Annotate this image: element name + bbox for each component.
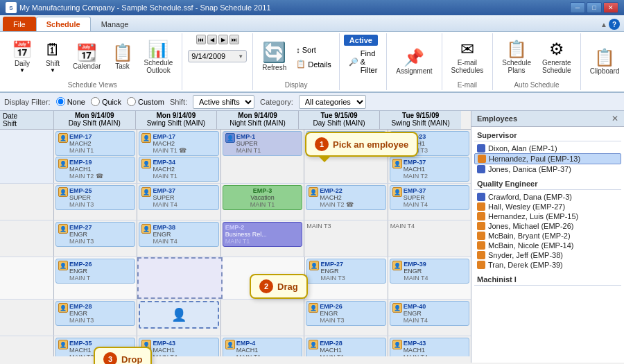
filter-quick-radio[interactable]: Quick xyxy=(91,97,121,106)
emp-card-dragging[interactable]: 👤 xyxy=(139,301,218,329)
main-layout: Date Shift Mon 9/14/09 Day Shift (MAIN) … xyxy=(0,111,624,363)
generate-schedule-button[interactable]: ⚙ GenerateSchedule xyxy=(537,39,576,76)
drag-tooltip: 2 Drag xyxy=(250,274,308,299)
emp-icon: 👤 xyxy=(392,261,402,270)
emp-card[interactable]: 👤EMP-25SUPERMAIN T3 xyxy=(55,185,135,210)
employees-panel-header: Employees ✕ xyxy=(471,111,624,127)
cell-4-2-drop[interactable] xyxy=(137,257,223,299)
ribbon-help-icon[interactable]: ? xyxy=(609,19,620,30)
filter-custom-radio[interactable]: Custom xyxy=(127,97,164,106)
list-item[interactable]: Snyder, Jeff (EMP-38) xyxy=(474,250,621,260)
filter-custom-input[interactable] xyxy=(127,97,136,106)
list-item[interactable]: McBain, Nicole (EMP-14) xyxy=(474,241,621,250)
calendar-button[interactable]: 📆 Calendar xyxy=(68,42,106,72)
close-button[interactable]: ✕ xyxy=(603,2,618,13)
emp-card[interactable]: 👤EMP-43MACH1MAIN T4 xyxy=(390,338,469,356)
emp-color-dot xyxy=(477,232,485,240)
daily-button[interactable]: 📅 Daily ▼ xyxy=(7,40,37,76)
details-button[interactable]: 📋 Details xyxy=(293,58,335,71)
emp-card-business[interactable]: EMP-2Business Rel...MAIN T1 xyxy=(223,222,302,247)
filter-bar: Display Filter: None Quick Custom Shift:… xyxy=(0,93,624,111)
minimize-button[interactable]: ─ xyxy=(570,2,585,13)
refresh-button[interactable]: 🔄 Refresh xyxy=(257,41,291,73)
list-item[interactable]: Hernandez, Paul (EMP-13) xyxy=(474,153,621,164)
nav-prev-button[interactable]: ◀ xyxy=(207,35,217,44)
date-picker[interactable]: 9/14/2009 ▼ xyxy=(188,50,247,62)
ribbon-help-arrow[interactable]: ▲ xyxy=(600,21,607,28)
emp-card[interactable]: 👤EMP-38ENGRMAIN T4 xyxy=(139,222,218,247)
emp-card[interactable]: 👤EMP-22MACH2MAIN T2 ☎ xyxy=(306,185,385,210)
emp-card[interactable]: 👤EMP-37SUPERMAIN T4 xyxy=(390,185,469,210)
list-item[interactable]: Tran, Derek (EMP-39) xyxy=(474,260,621,270)
date-input[interactable]: 9/14/2009 xyxy=(191,52,236,60)
emp-card[interactable]: 👤EMP-34MACH2MAIN T1 xyxy=(139,157,218,182)
emp-section-machinist-title: Machinist I xyxy=(474,274,621,286)
filter-quick-input[interactable] xyxy=(91,97,100,106)
list-item[interactable]: Jones, Michael (EMP-26) xyxy=(474,221,621,231)
emp-card[interactable]: 👤EMP-27ENGRMAIN T3 xyxy=(306,259,386,284)
emp-icon: 👤 xyxy=(141,187,151,197)
find-filter-label: Find &Filter xyxy=(361,49,377,74)
sort-button[interactable]: ↕ Sort xyxy=(293,44,335,56)
list-item[interactable]: McBain, Bryant (EMP-2) xyxy=(474,231,621,241)
emp-card[interactable]: 👤EMP-26ENGRMAIN T xyxy=(55,259,135,284)
tab-manage[interactable]: Manage xyxy=(91,17,139,31)
nav-next-button[interactable]: ▶ xyxy=(218,35,228,44)
emp-icon: 👤 xyxy=(141,133,151,143)
filter-none-input[interactable] xyxy=(56,97,65,106)
list-item[interactable]: Crawford, Dana (EMP-3) xyxy=(474,192,621,202)
details-label: Details xyxy=(308,60,331,69)
emp-icon: 👤 xyxy=(58,159,68,168)
employees-list[interactable]: Supervisor Dixon, Alan (EMP-1) Hernandez… xyxy=(471,127,624,363)
emp-icon: 👤 xyxy=(309,187,318,197)
assignment-button[interactable]: 📌 Assignment xyxy=(391,47,437,77)
tab-file[interactable]: File xyxy=(3,17,36,31)
emp-card[interactable]: 👤EMP-26ENGRMAIN T3 xyxy=(306,301,385,326)
filter-none-radio[interactable]: None xyxy=(56,97,85,106)
emp-card[interactable]: 👤EMP-37SUPERMAIN T4 xyxy=(139,185,218,210)
tab-schedule[interactable]: Schedule xyxy=(36,17,91,31)
cell-5-3 xyxy=(221,300,304,336)
list-item[interactable]: Dixon, Alan (EMP-1) xyxy=(474,144,621,153)
display-filter-label: Display Filter: xyxy=(4,98,51,106)
emp-card[interactable]: 👤EMP-28MACH1MAIN T1 xyxy=(306,338,385,356)
emp-card[interactable]: 👤EMP-4MACH1MAIN T1 xyxy=(223,338,302,356)
refresh-icon: 🔄 xyxy=(262,43,286,62)
emp-card-vacation[interactable]: EMP-3VacationMAIN T1 xyxy=(223,185,302,210)
shift-button[interactable]: 🗓 Shift ▼ xyxy=(39,40,67,76)
find-filter-button[interactable]: 🔎 Find &Filter xyxy=(344,47,382,76)
date-dropdown-arrow[interactable]: ▼ xyxy=(238,53,243,60)
emp-section-machinist: Machinist I xyxy=(474,274,621,286)
task-label: Task xyxy=(115,62,130,70)
category-select[interactable]: All categories xyxy=(299,95,366,109)
emp-card[interactable]: 👤EMP-17MACH2MAIN T1 ☎ xyxy=(139,131,218,156)
emp-card[interactable]: 👤EMP-28ENGRMAIN T3 xyxy=(55,301,135,326)
list-item[interactable]: Hall, Wesley (EMP-27) xyxy=(474,202,621,211)
drop-bubble: 3 Drop xyxy=(94,347,152,364)
clipboard-button[interactable]: 📋 Clipboard xyxy=(585,47,624,77)
emp-card[interactable]: 👤EMP-39ENGRMAIN T4 xyxy=(390,259,469,284)
sort-icon: ↕ xyxy=(296,46,300,54)
schedule-view-buttons: 📅 Daily ▼ 🗓 Shift ▼ 📆 Calendar 📋 Task 📊 … xyxy=(7,35,177,80)
title-bar-controls[interactable]: ─ □ ✕ xyxy=(570,2,618,13)
shift-select[interactable]: Active shifts xyxy=(193,95,254,109)
nav-last-button[interactable]: ⏭ xyxy=(229,35,239,44)
nav-first-button[interactable]: ⏮ xyxy=(196,35,206,44)
emp-card[interactable]: 👤EMP-27ENGRMAIN T3 xyxy=(55,222,135,247)
employees-close-button[interactable]: ✕ xyxy=(612,114,618,123)
emp-card[interactable]: 👤EMP-1SUPERMAIN T1 xyxy=(223,131,302,156)
tooltip-circle-3: 3 xyxy=(103,352,117,364)
emp-card[interactable]: 👤EMP-17MACH2MAIN T1 xyxy=(55,131,135,156)
restore-button[interactable]: □ xyxy=(587,2,602,13)
emp-card[interactable]: 👤EMP-19MACH1MAIN T2 ☎ xyxy=(55,157,135,182)
schedule-plans-icon: 📋 xyxy=(506,41,527,58)
task-button[interactable]: 📋 Task xyxy=(107,42,138,72)
emp-card[interactable]: 👤EMP-40ENGRMAIN T4 xyxy=(390,301,469,326)
schedule-body[interactable]: 👤EMP-17MACH2MAIN T1 👤EMP-19MACH1MAIN T2 … xyxy=(0,130,471,356)
table-row: 👤EMP-35MACH1MAIN T3 👤EMP-43MACH1MAIN T4 … xyxy=(0,336,471,356)
schedule-outlook-button[interactable]: 📊 Schedule Outlook xyxy=(139,39,178,76)
email-schedules-button[interactable]: ✉ E-mailSchedules xyxy=(447,39,489,76)
list-item[interactable]: Jones, Danica (EMP-37) xyxy=(474,164,621,174)
schedule-plans-button[interactable]: 📋 SchedulePlans xyxy=(497,39,536,76)
list-item[interactable]: Hernandez, Luis (EMP-15) xyxy=(474,211,621,221)
